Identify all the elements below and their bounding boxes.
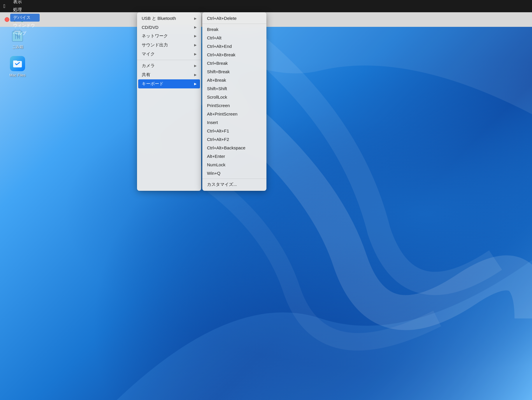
mac-files-image [9,55,26,72]
keyboard-submenu-item-19[interactable]: カスタマイズ... [202,180,266,189]
keyboard-submenu-item-14[interactable]: Ctrl+Alt+F2 [202,135,266,144]
svg-rect-8 [13,60,17,62]
keyboard-submenu-label-18: Win+Q [207,171,220,176]
keyboard-submenu-label-5: Ctrl+Break [207,61,228,66]
keyboard-submenu-label-19: カスタマイズ... [207,182,237,187]
menubar-item-5[interactable]: デバイス [10,14,40,22]
devices-menu-label-2: ネットワーク [142,33,168,39]
keyboard-submenu-label-11: Alt+PrintScreen [207,111,238,116]
chevron-right-icon-4: ▶ [194,52,196,56]
devices-menu-label-1: CD/DVD [142,25,159,30]
menubar-item-7[interactable]: ヘルプ [10,29,40,37]
chevron-right-icon-5: ▶ [194,64,196,68]
devices-menu-label-3: サウンド出力 [142,42,168,48]
keyboard-submenu-label-9: ScrollLock [207,95,227,99]
keyboard-submenu-item-18[interactable]: Win+Q [202,169,266,177]
devices-menu-item-4[interactable]: マイク▶ [137,50,201,59]
close-button[interactable] [5,17,9,22]
keyboard-submenu: Ctrl+Alt+DeleteBreakCtrl+AltCtrl+Alt+End… [202,12,266,191]
keyboard-submenu-item-4[interactable]: Ctrl+Alt+Break [202,50,266,59]
devices-menu-label-0: USB と Bluetooth [142,16,176,21]
devices-menu-label-5: カメラ [142,63,155,69]
keyboard-submenu-item-10[interactable]: PrintScreen [202,101,266,110]
keyboard-submenu-label-0: Ctrl+Alt+Delete [207,16,237,21]
chevron-right-icon-1: ▶ [194,25,196,29]
submenu-separator-0 [202,24,266,24]
keyboard-submenu-label-8: Shift+Shift [207,86,227,91]
keyboard-submenu-item-13[interactable]: Ctrl+Alt+F1 [202,127,266,135]
keyboard-submenu-label-14: Ctrl+Alt+F2 [207,137,229,142]
keyboard-submenu-label-17: NumLock [207,162,225,167]
apple-menu-icon[interactable]:  [3,3,6,9]
menubar-items: Windows 11ファイル編集表示処理デバイスウィンドウヘルプ [10,0,40,37]
devices-menu-item-3[interactable]: サウンド出力▶ [137,41,201,50]
keyboard-submenu-item-17[interactable]: NumLock [202,160,266,169]
menu-separator-4 [137,60,201,60]
keyboard-submenu-item-1[interactable]: Break [202,25,266,34]
chevron-right-icon-2: ▶ [194,34,196,38]
menubar-item-3[interactable]: 表示 [10,0,40,6]
keyboard-submenu-label-6: Shift+Break [207,69,230,74]
devices-menu-item-6[interactable]: 共有▶ [137,70,201,79]
keyboard-submenu-label-3: Ctrl+Alt+End [207,44,232,49]
keyboard-submenu-item-2[interactable]: Ctrl+Alt [202,34,266,42]
keyboard-submenu-label-7: Alt+Break [207,78,226,83]
submenu-separator-18 [202,179,266,179]
chevron-right-icon-7: ▶ [194,82,196,86]
keyboard-submenu-item-15[interactable]: Ctrl+Alt+Backspace [202,144,266,152]
keyboard-submenu-item-16[interactable]: Alt+Enter [202,152,266,160]
keyboard-submenu-label-12: Insert [207,120,218,125]
keyboard-submenu-label-16: Alt+Enter [207,154,225,159]
keyboard-submenu-item-5[interactable]: Ctrl+Break [202,59,266,67]
menubar-item-4[interactable]: 処理 [10,6,40,14]
mac-files-label: Mac Files [9,73,26,77]
keyboard-submenu-label-2: Ctrl+Alt [207,35,222,40]
keyboard-submenu-item-9[interactable]: ScrollLock [202,93,266,101]
keyboard-submenu-label-13: Ctrl+Alt+F1 [207,128,229,133]
keyboard-submenu-item-6[interactable]: Shift+Break [202,67,266,76]
keyboard-submenu-item-0[interactable]: Ctrl+Alt+Delete [202,14,266,22]
mac-files-icon[interactable]: Mac Files [6,55,29,77]
menubar:  Windows 11ファイル編集表示処理デバイスウィンドウヘルプ [0,0,532,12]
devices-menu-item-0[interactable]: USB と Bluetooth▶ [137,14,201,23]
keyboard-submenu-item-12[interactable]: Insert [202,118,266,127]
devices-menu-item-5[interactable]: カメラ▶ [137,61,201,70]
devices-menu-item-7[interactable]: キーボード▶ [138,79,200,88]
desktop:  Windows 11ファイル編集表示処理デバイスウィンドウヘルプ [0,0,532,400]
keyboard-submenu-label-1: Break [207,27,218,32]
menubar-item-6[interactable]: ウィンドウ [10,22,40,29]
recycle-bin-label: ごみ箱 [12,44,23,50]
devices-menu: USB と Bluetooth▶CD/DVD▶ネットワーク▶サウンド出力▶マイク… [137,12,201,191]
keyboard-submenu-label-4: Ctrl+Alt+Break [207,52,236,57]
keyboard-submenu-label-10: PrintScreen [207,103,230,108]
keyboard-submenu-label-15: Ctrl+Alt+Backspace [207,145,245,150]
keyboard-submenu-item-8[interactable]: Shift+Shift [202,84,266,93]
chevron-right-icon-0: ▶ [194,17,196,20]
devices-menu-item-2[interactable]: ネットワーク▶ [137,32,201,41]
keyboard-submenu-item-11[interactable]: Alt+PrintScreen [202,110,266,118]
devices-menu-label-7: キーボード [142,81,164,87]
chevron-right-icon-3: ▶ [194,43,196,47]
devices-menu-item-1[interactable]: CD/DVD▶ [137,23,201,32]
devices-menu-label-4: マイク [142,51,155,57]
keyboard-submenu-item-7[interactable]: Alt+Break [202,76,266,84]
chevron-right-icon-6: ▶ [194,73,196,77]
dropdown-container: USB と Bluetooth▶CD/DVD▶ネットワーク▶サウンド出力▶マイク… [137,12,266,191]
keyboard-submenu-item-3[interactable]: Ctrl+Alt+End [202,42,266,50]
devices-menu-label-6: 共有 [142,72,150,78]
